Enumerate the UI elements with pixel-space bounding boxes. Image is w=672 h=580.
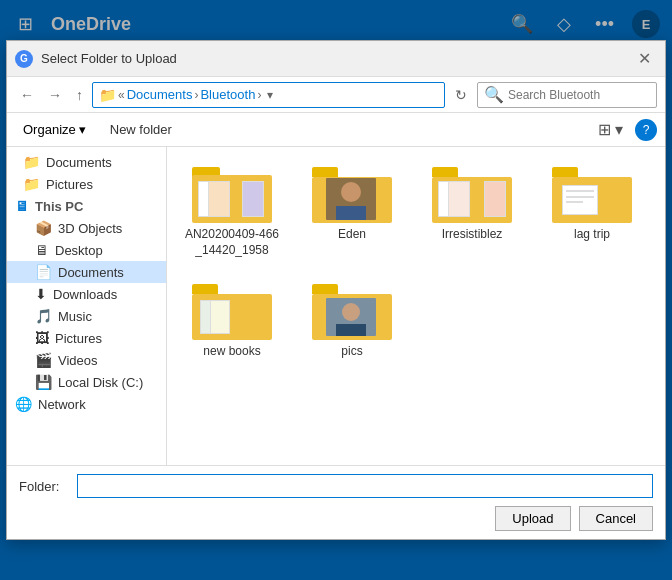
- list-item[interactable]: lag trip: [537, 157, 647, 264]
- eden-photo: [326, 178, 376, 220]
- dialog-title: Select Folder to Upload: [41, 51, 624, 66]
- folder-icon: 📁: [23, 154, 40, 170]
- forward-button[interactable]: →: [43, 85, 67, 105]
- path-dropdown[interactable]: ▾: [263, 86, 277, 104]
- organize-button[interactable]: Organize ▾: [15, 119, 94, 140]
- file-name: Irresistiblez: [442, 227, 503, 243]
- list-item[interactable]: AN20200409-466_14420_1958: [177, 157, 287, 264]
- sidebar-item-music[interactable]: 🎵 Music: [7, 305, 166, 327]
- sidebar-item-documents-quick[interactable]: 📁 Documents: [7, 151, 166, 173]
- svg-point-4: [342, 303, 360, 321]
- search-box: 🔍: [477, 82, 657, 108]
- music-icon: 🎵: [35, 308, 52, 324]
- documents-icon: 📄: [35, 264, 52, 280]
- sidebar-item-pictures-quick[interactable]: 📁 Pictures: [7, 173, 166, 195]
- folder-icon: 📁: [23, 176, 40, 192]
- downloads-icon: ⬇: [35, 286, 47, 302]
- file-name: pics: [341, 344, 362, 360]
- dialog-overlay: G Select Folder to Upload ✕ ← → ↑ 📁 « Do…: [0, 0, 672, 580]
- svg-rect-2: [336, 206, 366, 220]
- sidebar-item-local-disk[interactable]: 💾 Local Disk (C:): [7, 371, 166, 393]
- folder-thumbnail: [432, 163, 512, 223]
- dialog-bottom: Folder: Upload Cancel: [7, 465, 665, 539]
- pictures-icon: 🖼: [35, 330, 49, 346]
- sidebar-item-downloads[interactable]: ⬇ Downloads: [7, 283, 166, 305]
- cancel-button[interactable]: Cancel: [579, 506, 653, 531]
- list-item[interactable]: pics: [297, 274, 407, 366]
- file-name: lag trip: [574, 227, 610, 243]
- back-button[interactable]: ←: [15, 85, 39, 105]
- address-bar: ← → ↑ 📁 « Documents › Bluetooth › ▾ ↻ 🔍: [7, 77, 665, 113]
- folder-thumbnail: [192, 163, 272, 223]
- folder-thumbnail: [312, 280, 392, 340]
- 3d-objects-icon: 📦: [35, 220, 52, 236]
- sidebar: 📁 Documents 📁 Pictures 🖥 This PC 📦 3D Ob…: [7, 147, 167, 465]
- desktop-icon: 🖥: [35, 242, 49, 258]
- up-button[interactable]: ↑: [71, 85, 88, 105]
- refresh-button[interactable]: ↻: [449, 85, 473, 105]
- file-name: new books: [203, 344, 260, 360]
- svg-rect-5: [336, 324, 366, 336]
- folder-thumbnail: [192, 280, 272, 340]
- list-item[interactable]: new books: [177, 274, 287, 366]
- pics-photo: [326, 298, 376, 336]
- new-folder-button[interactable]: New folder: [102, 119, 180, 140]
- address-path[interactable]: 📁 « Documents › Bluetooth › ▾: [92, 82, 445, 108]
- sidebar-item-network[interactable]: 🌐 Network: [7, 393, 166, 415]
- help-button[interactable]: ?: [635, 119, 657, 141]
- sidebar-item-documents[interactable]: 📄 Documents: [7, 261, 166, 283]
- select-folder-dialog: G Select Folder to Upload ✕ ← → ↑ 📁 « Do…: [6, 40, 666, 540]
- upload-button[interactable]: Upload: [495, 506, 570, 531]
- file-name: AN20200409-466_14420_1958: [185, 227, 279, 258]
- sidebar-item-3d-objects[interactable]: 📦 3D Objects: [7, 217, 166, 239]
- disk-icon: 💾: [35, 374, 52, 390]
- search-icon: 🔍: [484, 85, 504, 104]
- file-name: Eden: [338, 227, 366, 243]
- sidebar-item-videos[interactable]: 🎬 Videos: [7, 349, 166, 371]
- folder-input-row: Folder:: [19, 474, 653, 498]
- pc-icon: 🖥: [15, 198, 29, 214]
- chrome-icon: G: [15, 50, 33, 68]
- file-toolbar: Organize ▾ New folder ⊞ ▾ ?: [7, 113, 665, 147]
- videos-icon: 🎬: [35, 352, 52, 368]
- list-item[interactable]: Irresistiblez: [417, 157, 527, 264]
- sidebar-item-pictures[interactable]: 🖼 Pictures: [7, 327, 166, 349]
- folder-input[interactable]: [77, 474, 653, 498]
- path-folder-icon: 📁: [99, 87, 116, 103]
- list-item[interactable]: Eden: [297, 157, 407, 264]
- folder-thumbnail: [552, 163, 632, 223]
- folder-label: Folder:: [19, 479, 69, 494]
- search-input[interactable]: [508, 88, 650, 102]
- file-area: AN20200409-466_14420_1958 Eden: [167, 147, 665, 465]
- dialog-titlebar: G Select Folder to Upload ✕: [7, 41, 665, 77]
- breadcrumb-bluetooth[interactable]: Bluetooth: [200, 87, 255, 102]
- close-button[interactable]: ✕: [632, 47, 657, 70]
- folder-thumbnail: [312, 163, 392, 223]
- sidebar-item-desktop[interactable]: 🖥 Desktop: [7, 239, 166, 261]
- dialog-content: 📁 Documents 📁 Pictures 🖥 This PC 📦 3D Ob…: [7, 147, 665, 465]
- button-row: Upload Cancel: [19, 506, 653, 531]
- this-pc-label: 🖥 This PC: [7, 195, 166, 217]
- breadcrumb-documents[interactable]: Documents: [127, 87, 193, 102]
- network-icon: 🌐: [15, 396, 32, 412]
- view-toggle-button[interactable]: ⊞ ▾: [594, 118, 627, 141]
- svg-point-1: [341, 182, 361, 202]
